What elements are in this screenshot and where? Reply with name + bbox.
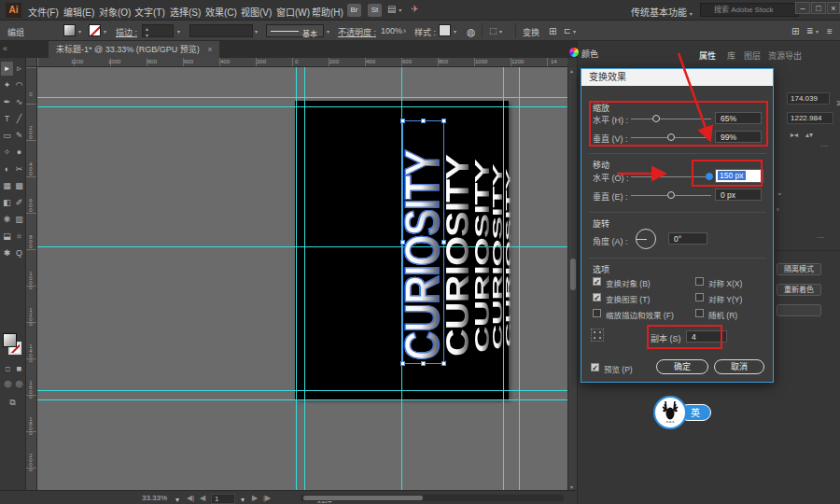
magic-wand-tool[interactable]: ✦ (1, 78, 13, 92)
stroke-chevron-icon[interactable]: ▾ (104, 28, 106, 35)
profile-chevron-icon[interactable]: ▾ (327, 28, 329, 35)
move-h-slider-knob[interactable] (706, 173, 713, 180)
extra-action-button[interactable] (777, 304, 821, 316)
brush-chevron-icon[interactable]: ▾ (255, 28, 258, 35)
horizontal-scroll-thumb[interactable] (303, 496, 423, 500)
paintbrush-tool[interactable]: ✎ (13, 129, 25, 143)
arrange-icon[interactable]: ⊏ ▾ (564, 26, 576, 35)
move-h-value-field[interactable]: 150 px (715, 169, 763, 183)
stroke-weight-stepper[interactable]: ▴▾ (142, 24, 174, 37)
artboard-chevron-icon[interactable]: ▾ (241, 496, 245, 504)
menu-help[interactable]: 帮助(H) (312, 5, 343, 19)
scale-strokes-checkbox[interactable] (593, 309, 601, 317)
fill-swatch[interactable] (63, 24, 76, 36)
fill-color-swatch[interactable] (3, 333, 17, 347)
fill-chevron-icon[interactable]: ▾ (78, 28, 81, 35)
slice-tool[interactable]: ⌗ (13, 230, 25, 244)
stock-button[interactable]: St (368, 4, 382, 17)
share-icon[interactable]: ✈ (411, 4, 418, 14)
guide-horizontal[interactable] (37, 399, 567, 400)
selection-handle[interactable] (400, 361, 405, 366)
flip-horizontal-icon[interactable]: ▸◂ (791, 131, 798, 139)
list-view-icon[interactable]: ≣ ▾ (806, 26, 819, 35)
bridge-button[interactable]: Br (347, 4, 361, 17)
vertical-scroll-thumb[interactable] (570, 259, 576, 290)
tab-properties[interactable]: 属性 (699, 49, 716, 62)
cancel-button[interactable]: 取消 (714, 359, 764, 374)
tab-libraries[interactable]: 库 (727, 49, 735, 62)
brush-definition-dropdown[interactable] (189, 24, 253, 37)
blob-brush-tool[interactable]: ● (13, 146, 25, 160)
opacity-value[interactable]: 100% (381, 26, 402, 35)
guide-horizontal[interactable] (37, 106, 567, 107)
shaper-tool[interactable]: ✧ (1, 146, 13, 160)
type-tool[interactable]: T (1, 112, 13, 126)
guide-vertical[interactable] (296, 67, 297, 490)
prev-artboard-icon[interactable]: ◀ (200, 494, 205, 502)
angle-dial[interactable] (636, 229, 656, 249)
scale-h-slider-knob[interactable] (652, 115, 660, 122)
lasso-tool[interactable]: ◠ (13, 78, 25, 92)
zoom-level[interactable]: 33.33% (142, 494, 167, 502)
reflect-x-checkbox[interactable] (695, 277, 704, 286)
preview-checkbox[interactable]: ✓ (591, 363, 599, 371)
move-v-value-field[interactable]: 0 px (715, 189, 762, 201)
menu-object[interactable]: 对象(O) (99, 5, 131, 19)
section-chevron-down-icon[interactable]: ⌄ (777, 189, 783, 197)
mesh-tool[interactable]: ▩ (13, 179, 25, 193)
move-v-slider-knob[interactable] (667, 191, 675, 199)
stroke-weight-chevron-icon[interactable]: ▾ (177, 28, 180, 35)
tab-asset-export[interactable]: 资源导出 (768, 49, 802, 62)
random-checkbox[interactable] (695, 309, 704, 317)
menu-select[interactable]: 选择(S) (170, 5, 201, 19)
scale-h-slider[interactable] (631, 119, 711, 119)
scroll-up-icon[interactable]: ▴ (570, 67, 573, 74)
selection-bounding-box[interactable] (402, 120, 444, 364)
workspace-switcher[interactable]: 传统基本功能 ▾ (631, 5, 693, 19)
eyedropper-tool[interactable]: ✐ (13, 196, 25, 210)
line-segment-tool[interactable]: ╱ (13, 112, 25, 126)
hand-tool[interactable]: ✱ (1, 246, 13, 260)
transform-more-icon[interactable]: ··· (820, 142, 828, 150)
isolation-mode-button[interactable]: 隔离模式 (777, 263, 821, 275)
next-artboard-icon[interactable]: ▶ (252, 494, 258, 502)
color-panel-tab[interactable]: 颜色 (581, 48, 598, 60)
guide-vertical[interactable] (519, 67, 520, 490)
pen-tool[interactable]: ✒ (1, 95, 13, 109)
menu-effect[interactable]: 效果(C) (205, 5, 237, 19)
tab-layers[interactable]: 图层 (744, 49, 761, 62)
app-logo-icon[interactable]: Ai (6, 3, 21, 18)
guide-horizontal[interactable] (37, 390, 567, 391)
symbol-sprayer-tool[interactable]: ❋ (1, 213, 13, 227)
selection-handle[interactable] (441, 240, 446, 245)
transform-y-field[interactable]: 1222.984 (787, 112, 833, 124)
scale-v-value-field[interactable]: 99% (715, 131, 762, 143)
transform-panel-link[interactable]: 变换 (523, 26, 539, 38)
recolor-button[interactable]: 重新着色 (777, 284, 821, 296)
vertical-scrollbar[interactable]: ▴ ▾ (567, 67, 577, 490)
gradient-tool[interactable]: ◧ (1, 196, 13, 210)
reference-point-locator[interactable] (591, 329, 604, 342)
transform-pattern-checkbox[interactable]: ✓ (593, 293, 601, 301)
quick-actions-more-icon[interactable]: ··· (817, 233, 824, 242)
shape-builder-tool[interactable]: ▦ (1, 179, 13, 193)
menu-type[interactable]: 文字(T) (134, 5, 165, 19)
ruler-horizontal[interactable]: 1200 1000 800 600 400 200 0 200 400 600 … (37, 58, 567, 67)
zoom-chevron-icon[interactable]: ▾ (175, 496, 179, 504)
close-button[interactable]: × (827, 2, 840, 14)
scale-v-slider-knob[interactable] (667, 133, 675, 141)
screen-mode-icon[interactable]: ⧉ (7, 396, 19, 410)
color-mode-gradient[interactable]: ◼ (13, 361, 25, 375)
selection-handle[interactable] (421, 361, 426, 366)
selection-handle[interactable] (421, 119, 426, 123)
artboard-tool[interactable]: ⬓ (1, 230, 13, 244)
selection-handle[interactable] (441, 361, 446, 366)
ruler-corner[interactable] (26, 58, 37, 67)
opacity-more-icon[interactable]: › (403, 26, 406, 35)
arrange-documents-icon[interactable]: ▤ ▾ (387, 4, 401, 14)
variable-width-dropdown[interactable]: 基本 (266, 24, 324, 37)
zoom-tool[interactable]: Q (13, 246, 25, 260)
selection-handle[interactable] (400, 119, 405, 123)
artboard-number-field[interactable]: 1 (211, 494, 235, 504)
scroll-down-icon[interactable]: ▾ (570, 483, 573, 490)
